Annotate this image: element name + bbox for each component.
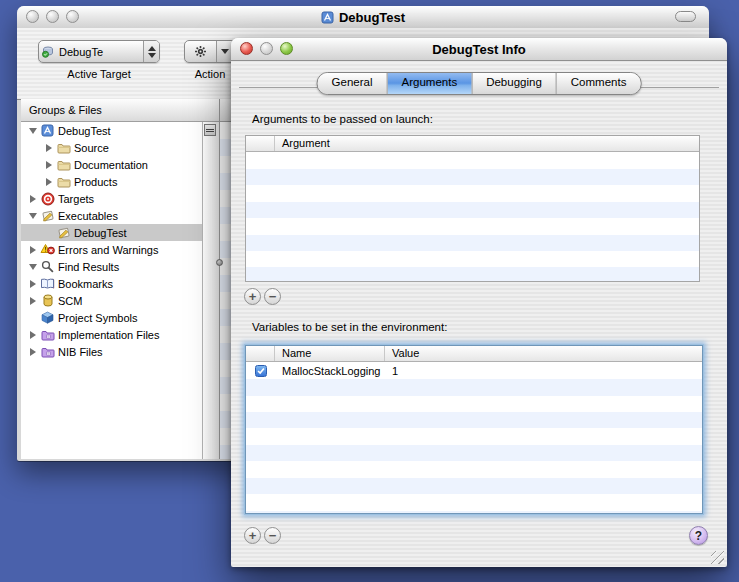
disclosure-closed-icon[interactable]	[27, 246, 38, 254]
database-icon	[39, 293, 56, 308]
sidebar-item-label: Implementation Files	[58, 329, 160, 341]
sidebar-scrollbar[interactable]	[202, 122, 219, 459]
argument-column-header[interactable]: Argument	[275, 136, 330, 151]
arguments-table-body[interactable]	[246, 152, 699, 281]
add-argument-button[interactable]: +	[244, 288, 261, 305]
arguments-table[interactable]: Argument	[245, 135, 700, 282]
action-dropdown-arrow-icon	[216, 41, 232, 62]
variables-table-header[interactable]: Name Value	[246, 346, 702, 362]
disclosure-closed-icon[interactable]	[27, 297, 38, 305]
disclosure-closed-icon[interactable]	[43, 144, 54, 152]
sidebar-item-source[interactable]: Source	[21, 139, 203, 156]
arguments-add-remove: + −	[244, 288, 281, 305]
disclosure-open-icon[interactable]	[27, 128, 38, 134]
variables-table[interactable]: Name Value MallocStackLogging 1	[245, 345, 703, 514]
variables-section-label: Variables to be set in the environment:	[252, 321, 447, 333]
gear-icon	[185, 45, 216, 58]
folder-icon	[55, 157, 72, 172]
folder-icon	[55, 174, 72, 189]
groups-files-header[interactable]: Groups & Files	[21, 99, 219, 122]
info-tabs: General Arguments Debugging Comments	[317, 72, 642, 95]
disclosure-closed-icon[interactable]	[43, 178, 54, 186]
project-document-icon	[321, 11, 334, 24]
active-target-caption: Active Target	[38, 68, 160, 80]
variables-add-remove: + −	[244, 527, 281, 544]
disclosure-open-icon[interactable]	[27, 213, 38, 219]
help-button[interactable]: ?	[689, 526, 708, 545]
disclosure-closed-icon[interactable]	[27, 331, 38, 339]
remove-variable-button[interactable]: −	[264, 527, 281, 544]
sidebar-item-nib-files[interactable]: NIB Files	[21, 343, 203, 360]
name-column-header[interactable]: Name	[275, 346, 385, 361]
info-window-title: DebugTest Info	[231, 38, 727, 60]
sidebar-item-label: DebugTest	[58, 125, 111, 137]
magnifier-icon	[39, 259, 56, 274]
variable-row-mallocstacklogging[interactable]: MallocStackLogging 1	[246, 362, 702, 379]
smart-folder-icon	[39, 327, 56, 342]
sidebar-item-errors-warnings[interactable]: Errors and Warnings	[21, 241, 203, 258]
groups-files-tree: DebugTest Source Documentation	[21, 122, 203, 360]
sidebar-item-scm[interactable]: SCM	[21, 292, 203, 309]
checkmark-icon	[256, 366, 266, 376]
action-button[interactable]	[184, 40, 236, 63]
sidebar-item-project-symbols[interactable]: Project Symbols	[21, 309, 203, 326]
disclosure-none	[27, 314, 38, 322]
active-target-popup[interactable]: DebugTe	[38, 40, 160, 63]
variables-checkbox-column-header[interactable]	[246, 346, 275, 361]
sidebar-item-debugtest-project[interactable]: DebugTest	[21, 122, 203, 139]
sidebar-item-label: Find Results	[58, 261, 119, 273]
tab-debugging[interactable]: Debugging	[471, 73, 556, 94]
tab-arguments[interactable]: Arguments	[387, 73, 472, 94]
active-target-value: DebugTe	[59, 46, 143, 58]
popup-stepper-icon[interactable]	[143, 41, 159, 62]
variable-name-cell[interactable]: MallocStackLogging	[275, 365, 385, 377]
splitter-dimple-icon[interactable]	[216, 259, 223, 266]
sidebar-item-label: SCM	[58, 295, 82, 307]
project-window-title-text: DebugTest	[339, 10, 405, 25]
executable-icon	[55, 225, 72, 240]
xcode-project-icon	[39, 123, 56, 138]
disclosure-closed-icon[interactable]	[27, 348, 38, 356]
sidebar-item-label: Targets	[58, 193, 94, 205]
desktop: DebugTest DebugTe Active Target Action	[0, 0, 739, 582]
sidebar-item-targets[interactable]: Targets	[21, 190, 203, 207]
resize-grip[interactable]	[711, 551, 724, 564]
sidebar-item-bookmarks[interactable]: Bookmarks	[21, 275, 203, 292]
disclosure-closed-icon[interactable]	[27, 280, 38, 288]
sidebar-item-label: Source	[74, 142, 109, 154]
disclosure-closed-icon[interactable]	[43, 161, 54, 169]
info-window-titlebar[interactable]: DebugTest Info	[231, 38, 727, 61]
arguments-checkbox-column-header[interactable]	[246, 136, 275, 151]
disclosure-closed-icon[interactable]	[27, 195, 38, 203]
sidebar-item-products[interactable]: Products	[21, 173, 203, 190]
groups-files-sidebar: Groups & Files DebugTest Source	[21, 99, 219, 459]
info-window-title-text: DebugTest Info	[432, 42, 526, 57]
sidebar-item-label: DebugTest	[74, 227, 127, 239]
variable-enabled-checkbox[interactable]	[255, 365, 267, 377]
sidebar-item-implementation-files[interactable]: Implementation Files	[21, 326, 203, 343]
outline-menu-icon[interactable]	[204, 124, 216, 136]
arguments-section-label: Arguments to be passed on launch:	[252, 113, 433, 125]
sidebar-item-documentation[interactable]: Documentation	[21, 156, 203, 173]
tab-comments[interactable]: Comments	[556, 73, 641, 94]
toolbar-toggle-button[interactable]	[675, 11, 696, 22]
target-executable-icon	[40, 44, 57, 59]
target-bullseye-icon	[39, 191, 56, 206]
sidebar-item-label: Bookmarks	[58, 278, 113, 290]
arguments-table-header[interactable]: Argument	[246, 136, 699, 152]
disclosure-open-icon[interactable]	[27, 264, 38, 270]
sidebar-item-debugtest-executable[interactable]: DebugTest	[21, 224, 203, 241]
tab-general[interactable]: General	[318, 73, 387, 94]
action-caption: Action	[184, 68, 236, 80]
book-icon	[39, 276, 56, 291]
variables-table-body[interactable]	[246, 379, 702, 513]
project-window-titlebar[interactable]: DebugTest	[17, 6, 709, 29]
value-column-header[interactable]: Value	[385, 346, 702, 361]
sidebar-item-find-results[interactable]: Find Results	[21, 258, 203, 275]
info-window: DebugTest Info General Arguments Debuggi…	[231, 38, 727, 567]
folder-icon	[55, 140, 72, 155]
remove-argument-button[interactable]: −	[264, 288, 281, 305]
add-variable-button[interactable]: +	[244, 527, 261, 544]
variable-value-cell[interactable]: 1	[385, 365, 702, 377]
sidebar-item-executables[interactable]: Executables	[21, 207, 203, 224]
